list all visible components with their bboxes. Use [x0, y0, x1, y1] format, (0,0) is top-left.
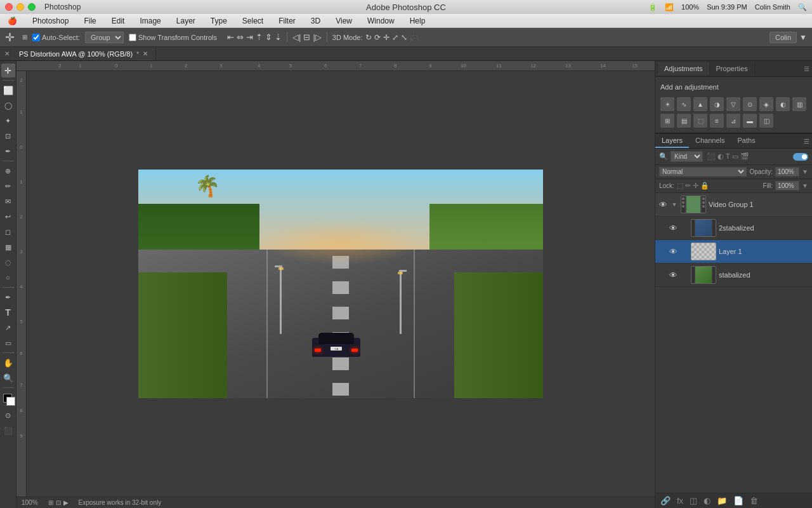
- 3d-scale-icon[interactable]: ⤡: [401, 33, 407, 42]
- layer-layer1[interactable]: 👁 Layer 1: [655, 240, 812, 264]
- layer-delete-icon[interactable]: 🗑: [750, 496, 758, 505]
- adj-posterize[interactable]: ≡: [710, 114, 724, 128]
- layer-adj-icon[interactable]: ◐: [704, 496, 710, 505]
- lock-position-icon[interactable]: ✛: [693, 182, 698, 190]
- adj-photofilter[interactable]: ▥: [792, 97, 806, 111]
- layer-kind-select[interactable]: Kind Name Effect: [671, 151, 703, 162]
- adj-exposure[interactable]: ⊙: [743, 97, 757, 111]
- tab-properties[interactable]: Properties: [710, 62, 755, 75]
- filter-shape-icon[interactable]: ▭: [732, 152, 738, 161]
- panel-menu-icon[interactable]: ☰: [804, 65, 809, 72]
- filter-smart-icon[interactable]: 🎬: [740, 152, 749, 161]
- layer-link-icon[interactable]: 🔗: [660, 496, 671, 505]
- menu-filter[interactable]: Filter: [276, 15, 298, 27]
- tool-lasso[interactable]: ◯: [1, 98, 15, 112]
- layer-group-icon[interactable]: 📁: [717, 496, 727, 505]
- menu-image[interactable]: Image: [137, 15, 163, 27]
- adj-gradientmap[interactable]: ▬: [743, 114, 757, 128]
- auto-select-checkbox[interactable]: [32, 34, 40, 41]
- layer-fx-icon[interactable]: fx: [677, 496, 683, 505]
- tab-close-btn[interactable]: ✕: [3, 50, 11, 57]
- layer-vis-group1[interactable]: 👁: [658, 199, 668, 210]
- adj-selectivecolor[interactable]: ◫: [759, 114, 773, 128]
- lock-all-icon[interactable]: 🔒: [700, 182, 709, 190]
- layer-2stabalized[interactable]: 👁 2stabalized: [655, 217, 812, 240]
- tool-text[interactable]: T: [1, 305, 15, 319]
- fill-input[interactable]: [775, 181, 799, 190]
- tool-crop[interactable]: ⊡: [1, 129, 15, 143]
- tool-clone[interactable]: ✉: [1, 194, 15, 208]
- close-button[interactable]: [5, 3, 13, 11]
- lock-image-icon[interactable]: ✏: [685, 182, 691, 190]
- align-top-icon[interactable]: ⇡: [256, 32, 263, 42]
- tab-adjustments[interactable]: Adjustments: [658, 62, 710, 75]
- adj-huesat[interactable]: ◑: [710, 97, 724, 111]
- adj-triangle[interactable]: ▽: [726, 97, 740, 111]
- lock-pixels-icon[interactable]: ⬚: [677, 182, 683, 190]
- 3d-video-icon[interactable]: 🎥: [410, 33, 419, 42]
- blend-mode-select[interactable]: Normal Multiply Screen Overlay: [659, 167, 747, 177]
- tool-marquee[interactable]: ⬜: [1, 83, 15, 97]
- menu-edit[interactable]: Edit: [109, 15, 128, 27]
- tool-zoom[interactable]: 🔍: [1, 371, 15, 385]
- tool-shape[interactable]: ▭: [1, 336, 15, 350]
- layer-filter-toggle[interactable]: [793, 153, 808, 161]
- align-center-icon[interactable]: ⇔: [237, 32, 244, 42]
- tab-channels[interactable]: Channels: [689, 134, 731, 148]
- status-play-icon[interactable]: ▶: [63, 499, 69, 506]
- tab-paths[interactable]: Paths: [731, 134, 762, 148]
- tool-pen[interactable]: ✒: [1, 290, 15, 304]
- align-middle-icon[interactable]: ⇕: [265, 32, 272, 42]
- tab-layers[interactable]: Layers: [655, 134, 689, 148]
- auto-select-dropdown[interactable]: Group Layer: [85, 32, 124, 43]
- layer-stabalized[interactable]: 👁 stabalized: [655, 264, 812, 287]
- layer-vis-layer1[interactable]: 👁: [668, 246, 678, 257]
- menu-photoshop[interactable]: Photoshop: [30, 15, 71, 27]
- maximize-button[interactable]: [28, 3, 36, 11]
- zoom-display[interactable]: 100%: [22, 499, 38, 506]
- filter-pixel-icon[interactable]: ⬛: [707, 152, 716, 161]
- menu-select[interactable]: Select: [240, 15, 266, 27]
- tool-eraser[interactable]: ◻: [1, 225, 15, 239]
- adj-levels[interactable]: ▲: [693, 97, 707, 111]
- canvas-scroll[interactable]: 2 1 0 1 2 3 4 5 6 7 8 9: [16, 71, 655, 497]
- adj-vibrance[interactable]: ◈: [759, 97, 773, 111]
- 3d-rotate-icon[interactable]: ↻: [365, 33, 372, 42]
- opacity-arrow[interactable]: ▼: [802, 168, 808, 175]
- menu-view[interactable]: View: [333, 15, 355, 27]
- distribute-left-icon[interactable]: ◁|: [292, 32, 301, 42]
- menu-type[interactable]: Type: [208, 15, 230, 27]
- foreground-color[interactable]: [1, 392, 15, 406]
- align-bottom-icon[interactable]: ⇣: [275, 32, 282, 42]
- tool-quick-select[interactable]: ✦: [1, 114, 15, 128]
- search-icon[interactable]: 🔍: [798, 3, 807, 11]
- tool-brush[interactable]: ✏: [1, 179, 15, 193]
- tool-path-select[interactable]: ↗: [1, 321, 15, 335]
- adj-blackwhite[interactable]: ◐: [776, 97, 790, 111]
- distribute-center-icon[interactable]: ⊟: [303, 32, 310, 42]
- tool-screen-mode[interactable]: ⬛: [1, 424, 15, 438]
- 3d-roll-icon[interactable]: ⟳: [374, 33, 381, 42]
- layer-expand-group1[interactable]: ▼: [671, 201, 678, 208]
- tool-quick-mask[interactable]: ⊙: [1, 408, 15, 422]
- layer-vis-stab[interactable]: 👁: [668, 270, 678, 280]
- document-tab[interactable]: PS Distortion AWA @ 100% (RGB/8) * ✕: [11, 48, 156, 60]
- adj-channelmixer[interactable]: ⊞: [660, 114, 674, 128]
- 3d-slide-icon[interactable]: ⤢: [392, 33, 398, 42]
- tool-healing[interactable]: ⊕: [1, 164, 15, 178]
- profile-arrow-icon[interactable]: ▼: [799, 33, 807, 42]
- layer-video-group-1[interactable]: 👁 ▼: [655, 193, 812, 217]
- show-transform-checkbox[interactable]: [129, 34, 136, 41]
- tool-hand[interactable]: ✋: [1, 356, 15, 370]
- align-right-icon[interactable]: ⇥: [246, 32, 253, 42]
- profile-button[interactable]: Colin: [769, 32, 797, 43]
- tool-dodge[interactable]: ○: [1, 271, 15, 284]
- layers-menu-icon[interactable]: ☰: [804, 138, 809, 145]
- minimize-button[interactable]: [16, 3, 24, 11]
- filter-type-icon[interactable]: T: [726, 152, 730, 161]
- menu-file[interactable]: File: [81, 15, 98, 27]
- layer-new-icon[interactable]: 📄: [733, 496, 743, 505]
- adj-invert[interactable]: ⬚: [693, 114, 707, 128]
- adj-curves[interactable]: ∿: [677, 97, 691, 111]
- adj-brightness[interactable]: ☀: [660, 97, 674, 111]
